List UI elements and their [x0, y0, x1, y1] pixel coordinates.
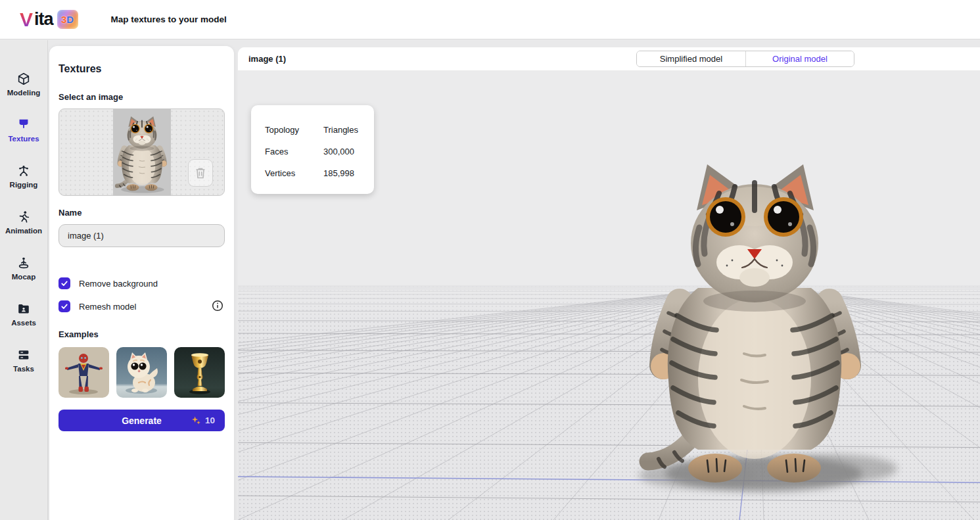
- remove-background-row: Remove background: [58, 277, 225, 289]
- trash-icon: [195, 167, 206, 179]
- assets-folder-icon: [16, 302, 31, 316]
- panel-title: Textures: [58, 63, 225, 75]
- sparkle-icon: [191, 415, 201, 425]
- info-icon: [212, 300, 223, 312]
- sidebar-item-mocap[interactable]: Mocap: [0, 245, 47, 291]
- examples-row: [58, 347, 225, 398]
- sidebar: Modeling Textures Rigging Animation Moca…: [0, 40, 48, 520]
- delete-image-button[interactable]: [188, 159, 213, 187]
- generate-cost: 10: [191, 410, 215, 431]
- running-person-icon: [16, 210, 31, 224]
- name-input[interactable]: [58, 224, 225, 247]
- cube-icon: [16, 72, 31, 86]
- remesh-model-row: Remesh model: [58, 300, 225, 312]
- mocap-person-icon: [16, 256, 31, 270]
- checkmark-icon: [60, 279, 68, 287]
- sidebar-item-modeling[interactable]: Modeling: [0, 61, 47, 107]
- generate-label: Generate: [122, 415, 162, 426]
- 3d-viewport[interactable]: Topology Triangles Faces 300,000 Vertice…: [238, 71, 980, 520]
- sidebar-item-assets[interactable]: Assets: [0, 291, 47, 337]
- stat-vertices: Vertices 185,998: [265, 162, 374, 184]
- top-bar: Vita 3D Map textures to your model: [0, 0, 980, 39]
- sidebar-item-textures[interactable]: Textures: [0, 107, 47, 153]
- logo-v: V: [20, 10, 33, 30]
- stat-faces: Faces 300,000: [265, 141, 374, 162]
- viewport-header: image (1) Simplified model Original mode…: [238, 47, 980, 71]
- cat-3d-model: [648, 164, 860, 483]
- generate-button[interactable]: Generate 10: [58, 410, 225, 431]
- textures-panel: Textures Select an image Name Remove bac…: [49, 46, 234, 520]
- remesh-info-button[interactable]: [212, 300, 223, 312]
- logo-3d-cube-icon: 3D: [57, 10, 78, 29]
- original-model-tab[interactable]: Original model: [745, 51, 854, 66]
- selected-image-photo: [113, 109, 171, 195]
- remove-background-checkbox[interactable]: [58, 277, 70, 289]
- sidebar-item-tasks[interactable]: Tasks: [0, 337, 47, 383]
- sidebar-item-rigging[interactable]: Rigging: [0, 153, 47, 199]
- name-label: Name: [58, 208, 225, 218]
- brush-icon: [16, 118, 31, 132]
- armature-icon: [16, 164, 31, 178]
- example-superhero-thumbnail[interactable]: [58, 347, 109, 398]
- logo-text: ita: [34, 11, 53, 28]
- remesh-model-checkbox[interactable]: [58, 300, 70, 312]
- simplified-model-tab[interactable]: Simplified model: [637, 51, 745, 66]
- selected-image-preview[interactable]: [58, 108, 225, 196]
- tasks-stack-icon: [16, 348, 31, 362]
- select-image-label: Select an image: [58, 92, 225, 102]
- stat-topology: Topology Triangles: [265, 119, 374, 141]
- example-goblet-thumbnail[interactable]: [174, 347, 225, 398]
- viewport-title: image (1): [248, 54, 286, 64]
- viewport-card: image (1) Simplified model Original mode…: [238, 47, 980, 520]
- page-title: Map textures to your model: [111, 14, 227, 24]
- model-stats-card: Topology Triangles Faces 300,000 Vertice…: [251, 105, 374, 194]
- examples-label: Examples: [58, 329, 225, 339]
- checkmark-icon: [60, 302, 68, 310]
- sidebar-item-animation[interactable]: Animation: [0, 199, 47, 245]
- app-logo: Vita 3D: [20, 10, 78, 30]
- example-kitten-thumbnail[interactable]: [116, 347, 167, 398]
- model-toggle: Simplified model Original model: [636, 51, 854, 67]
